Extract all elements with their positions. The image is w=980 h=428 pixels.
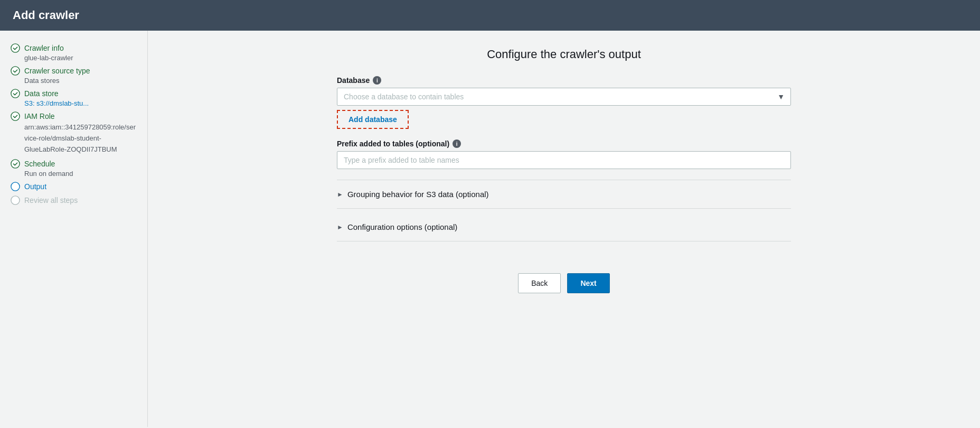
prefix-input[interactable]: [337, 151, 791, 169]
config-label: Configuration options (optional): [347, 222, 457, 231]
step4-sublabel: arn:aws:iam::341259728059:role/service-r…: [24, 122, 137, 155]
divider-2: [337, 208, 791, 209]
divider-3: [337, 241, 791, 241]
check-circle-icon-5: [11, 159, 20, 169]
prefix-label: Prefix added to tables (optional) i: [337, 139, 791, 148]
grouping-label: Grouping behavior for S3 data (optional): [347, 190, 489, 199]
divider-1: [337, 180, 791, 180]
sidebar-item-schedule[interactable]: Schedule Run on demand: [11, 159, 137, 178]
svg-point-0: [11, 44, 20, 52]
check-circle-icon-3: [11, 89, 20, 98]
sidebar-item-crawler-info[interactable]: Crawler info glue-lab-crawler: [11, 43, 137, 62]
content-title: Configure the crawler's output: [173, 48, 955, 61]
add-database-button[interactable]: Add database: [337, 110, 409, 129]
main-content: Configure the crawler's output Database …: [148, 31, 980, 427]
grouping-arrow-icon: ►: [337, 191, 343, 198]
step2-sublabel: Data stores: [24, 77, 137, 85]
sidebar-item-crawler-source-type[interactable]: Crawler source type Data stores: [11, 66, 137, 85]
grouping-section: ► Grouping behavior for S3 data (optiona…: [337, 180, 791, 209]
step3-label: Data store: [24, 89, 59, 98]
config-section: ► Configuration options (optional): [337, 217, 791, 241]
sidebar-item-data-store[interactable]: Data store S3: s3://dmslab-stu...: [11, 89, 137, 107]
svg-point-6: [11, 196, 20, 204]
svg-point-3: [11, 112, 20, 120]
step7-label: Review all steps: [24, 196, 78, 204]
prefix-form-group: Prefix added to tables (optional) i: [337, 139, 791, 169]
config-header[interactable]: ► Configuration options (optional): [337, 217, 791, 237]
database-info-icon[interactable]: i: [373, 76, 381, 85]
step4-label: IAM Role: [24, 112, 55, 120]
check-circle-icon-4: [11, 111, 20, 121]
grouping-header[interactable]: ► Grouping behavior for S3 data (optiona…: [337, 184, 791, 204]
database-select-wrapper: Choose a database to contain tables ▼: [337, 88, 791, 106]
step2-label: Crawler source type: [24, 67, 90, 75]
step1-sublabel: glue-lab-crawler: [24, 54, 137, 62]
sidebar-item-output[interactable]: Output: [11, 182, 137, 191]
svg-point-1: [11, 67, 20, 75]
main-layout: Crawler info glue-lab-crawler Crawler so…: [0, 31, 980, 427]
page-title: Add crawler: [13, 8, 967, 22]
step3-sublabel: S3: s3://dmslab-stu...: [24, 99, 137, 107]
config-arrow-icon: ►: [337, 224, 343, 231]
check-circle-icon: [11, 43, 20, 53]
footer-buttons: Back Next: [337, 263, 791, 293]
next-button[interactable]: Next: [567, 273, 609, 293]
form-section: Database i Choose a database to contain …: [337, 76, 791, 293]
step5-label: Schedule: [24, 160, 55, 168]
step6-label: Output: [24, 182, 46, 191]
sidebar-item-iam-role[interactable]: IAM Role arn:aws:iam::341259728059:role/…: [11, 111, 137, 155]
empty-circle-icon: [11, 182, 20, 191]
sidebar: Crawler info glue-lab-crawler Crawler so…: [0, 31, 148, 427]
database-label: Database i: [337, 76, 791, 85]
svg-point-4: [11, 160, 20, 168]
svg-point-2: [11, 89, 20, 98]
check-circle-icon-2: [11, 66, 20, 76]
back-button[interactable]: Back: [518, 273, 561, 293]
sidebar-item-review-all-steps: Review all steps: [11, 196, 137, 205]
svg-point-5: [11, 182, 20, 191]
database-form-group: Database i Choose a database to contain …: [337, 76, 791, 129]
step1-label: Crawler info: [24, 44, 64, 52]
database-select[interactable]: Choose a database to contain tables: [337, 88, 791, 106]
prefix-info-icon[interactable]: i: [453, 139, 461, 148]
page-header: Add crawler: [0, 0, 980, 31]
step5-sublabel: Run on demand: [24, 170, 137, 178]
empty-circle-gray-icon: [11, 196, 20, 205]
